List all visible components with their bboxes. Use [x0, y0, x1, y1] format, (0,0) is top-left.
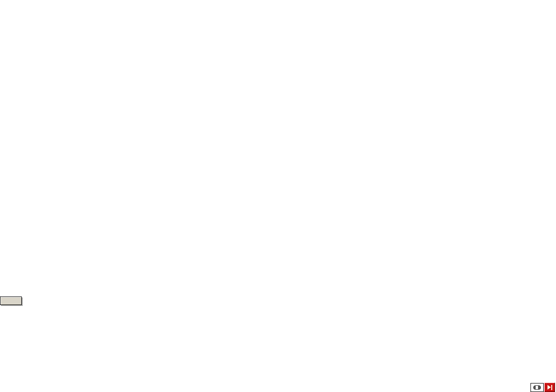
- link-icon: [533, 385, 541, 390]
- xtick-chart-window: [0, 0, 556, 392]
- macd-panel-label[interactable]: [0, 296, 22, 305]
- arrow-to-end-icon: [547, 385, 551, 390]
- link-button[interactable]: [530, 383, 544, 392]
- go-to-end-button[interactable]: [544, 383, 555, 392]
- chart-plot-area[interactable]: [0, 0, 556, 392]
- arrow-to-end-bar: [551, 385, 552, 390]
